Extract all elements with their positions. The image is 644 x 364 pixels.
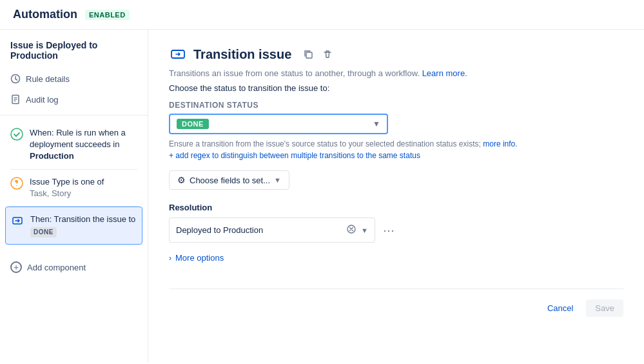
then-step[interactable]: Then: Transition the issue to DONE <box>5 207 142 245</box>
footer-actions: Cancel Save <box>169 288 623 317</box>
add-regex-link[interactable]: + add regex to distinguish between multi… <box>169 151 623 160</box>
when-step-content: When: Rule is run when a deployment succ… <box>30 127 137 163</box>
right-panel: Transition issue Transitions an issue fr… <box>148 30 644 362</box>
panel-title: Transition issue <box>193 47 291 62</box>
more-options-label: More options <box>175 253 224 263</box>
choose-fields-arrow-icon: ▼ <box>274 176 281 184</box>
svg-rect-10 <box>306 52 312 58</box>
sidebar-item-rule-details[interactable]: Rule details <box>0 68 148 89</box>
when-step[interactable]: When: Rule is run when a deployment succ… <box>0 121 148 169</box>
condition-icon <box>10 177 23 190</box>
choose-fields-label: Choose fields to set... <box>190 176 270 185</box>
main-layout: Issue is Deployed to Production Rule det… <box>0 30 644 362</box>
divider-1 <box>0 115 148 116</box>
more-info-link[interactable]: more info. <box>483 139 517 148</box>
sidebar-item-audit-log[interactable]: Audit log <box>0 89 148 110</box>
resolution-inline-actions: ▼ <box>344 222 368 238</box>
chevron-right-icon: › <box>169 254 171 263</box>
add-circle-icon: + <box>10 261 22 273</box>
choose-fields-button[interactable]: ⚙ Choose fields to set... ▼ <box>169 170 289 190</box>
transition-icon <box>169 45 187 63</box>
page-title: Automation <box>13 8 77 21</box>
when-icon <box>10 128 23 141</box>
save-button[interactable]: Save <box>586 299 623 317</box>
resolution-clear-button[interactable] <box>344 222 358 238</box>
done-status-tag: DONE <box>177 119 209 129</box>
panel-description: Transitions an issue from one status to … <box>169 68 623 78</box>
more-options-toggle[interactable]: › More options <box>169 253 623 263</box>
learn-more-link[interactable]: Learn more. <box>422 68 467 78</box>
clock-icon <box>10 74 21 84</box>
svg-point-7 <box>16 185 17 186</box>
cancel-button[interactable]: Cancel <box>540 299 581 317</box>
resolution-more-button[interactable]: ⋯ <box>380 221 398 240</box>
add-component-button[interactable]: + Add component <box>0 255 148 279</box>
doc-icon <box>10 94 21 105</box>
resolution-row: Deployed to Production ▼ ⋯ <box>169 217 623 243</box>
delete-button[interactable] <box>320 46 335 62</box>
svg-point-5 <box>11 128 23 140</box>
copy-button[interactable] <box>300 46 316 62</box>
destination-status-label: Destination status <box>169 101 623 110</box>
dropdown-arrow-icon: ▼ <box>373 119 380 128</box>
resolution-value: Deployed to Production <box>176 225 263 235</box>
done-badge: DONE <box>30 227 57 238</box>
sidebar-header: Issue is Deployed to Production <box>0 40 148 68</box>
add-component-label: Add component <box>27 263 86 272</box>
issue-type-step-content: Issue Type is one of Task, Story <box>30 176 137 199</box>
ensure-info-text: Ensure a transition from the issue's sou… <box>169 139 623 148</box>
top-bar: Automation ENABLED <box>0 0 644 30</box>
resolution-dropdown-arrow-icon: ▼ <box>361 227 368 234</box>
panel-header: Transition issue <box>169 45 623 63</box>
enabled-badge: ENABLED <box>85 10 130 20</box>
issue-type-step[interactable]: Issue Type is one of Task, Story <box>0 170 148 206</box>
then-step-content: Then: Transition the issue to DONE <box>30 214 137 238</box>
resolution-label: Resolution <box>169 203 623 212</box>
choose-status-text: Choose the status to transition the issu… <box>169 83 623 93</box>
gear-icon: ⚙ <box>177 175 186 185</box>
resolution-dropdown[interactable]: Deployed to Production ▼ <box>169 217 375 243</box>
sidebar: Issue is Deployed to Production Rule det… <box>0 30 148 362</box>
rule-details-label: Rule details <box>26 74 70 84</box>
panel-actions <box>300 46 335 62</box>
action-icon <box>11 214 24 227</box>
audit-log-label: Audit log <box>26 95 59 105</box>
destination-status-dropdown[interactable]: DONE ▼ <box>169 114 388 134</box>
